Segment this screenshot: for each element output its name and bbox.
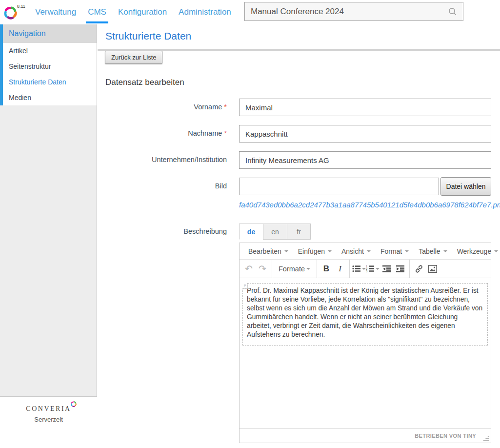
paragraph-block: P Prof. Dr. Maximal Kappaschnitt ist der… <box>242 283 488 346</box>
server-time-label: Serverzeit <box>0 416 97 423</box>
bold-button[interactable]: B <box>320 262 333 276</box>
menu-tabelle-label: Tabelle <box>419 247 440 255</box>
nachname-label: Nachname * <box>105 129 227 137</box>
toolbar-group-lists: 1 2 3 <box>350 260 410 278</box>
resize-handle[interactable] <box>483 435 489 441</box>
app-version: 8.11 <box>17 4 25 9</box>
menu-bearbeiten-label: Bearbeiten <box>248 247 281 255</box>
chevron-down-icon <box>494 250 498 252</box>
sidebar-item-strukturierte-daten[interactable]: Strukturierte Daten <box>3 74 97 90</box>
menu-format[interactable]: Format <box>376 247 414 255</box>
toolbar-group-formats: Formate <box>272 260 317 278</box>
italic-button[interactable]: I <box>333 262 347 276</box>
conference-search <box>244 2 463 21</box>
sidebar-menu: Artikel Seitenstruktur Strukturierte Dat… <box>3 43 97 105</box>
menu-bearbeiten[interactable]: Bearbeiten <box>243 247 293 255</box>
outdent-button[interactable] <box>380 262 393 276</box>
numbered-list-button[interactable]: 1 2 3 <box>366 262 380 276</box>
chevron-down-icon <box>306 268 310 270</box>
bold-icon: B <box>323 264 329 274</box>
editor-content-area[interactable]: P Prof. Dr. Maximal Kappaschnitt ist der… <box>240 279 491 428</box>
nav-item-administration[interactable]: Administration <box>179 0 231 24</box>
menu-ansicht-label: Ansicht <box>341 247 364 255</box>
chevron-down-icon <box>405 250 409 252</box>
outdent-icon <box>382 265 391 272</box>
toolbar-group-media <box>410 260 442 278</box>
nachname-input[interactable] <box>239 125 491 143</box>
bild-input[interactable] <box>239 178 439 195</box>
converia-logo[interactable]: 8.11 <box>4 3 30 22</box>
nav-item-konfiguration[interactable]: Konfiguration <box>118 0 167 24</box>
chevron-down-icon <box>284 250 288 252</box>
unternehmen-input[interactable] <box>239 151 491 169</box>
chevron-down-icon <box>443 250 447 252</box>
uploaded-file-link[interactable]: fa40d743ed0bb6a2cd2477b3a1aa87745b540121… <box>239 201 500 209</box>
vorname-input[interactable] <box>239 99 491 116</box>
image-icon <box>428 265 437 273</box>
sidebar-footer: CONVERIA Serverzeit <box>0 396 97 424</box>
converia-pinwheel-icon <box>4 6 17 20</box>
menu-werkzeuge-label: Werkzeuge <box>457 247 492 255</box>
sidebar-item-artikel[interactable]: Artikel <box>3 43 97 59</box>
editor-menubar: Bearbeiten Einfügen Ansicht Format Tabel… <box>240 243 491 260</box>
rich-text-editor: Bearbeiten Einfügen Ansicht Format Tabel… <box>239 243 491 443</box>
conference-search-input[interactable] <box>245 7 448 17</box>
italic-icon: I <box>339 264 341 274</box>
choose-file-button[interactable]: Datei wählen <box>440 177 491 196</box>
chevron-down-icon <box>328 250 332 252</box>
redo-icon: ↷ <box>259 264 266 273</box>
brand-text: CONVERIA <box>26 405 71 412</box>
menu-ansicht[interactable]: Ansicht <box>337 247 376 255</box>
menu-einfuegen[interactable]: Einfügen <box>293 247 337 255</box>
svg-text:3: 3 <box>366 270 367 272</box>
toolbar-group-history: ↶ ↷ <box>240 260 272 278</box>
section-title: Datensatz bearbeiten <box>105 78 184 87</box>
back-to-list-button[interactable]: Zurück zur Liste <box>105 51 162 64</box>
chevron-down-icon <box>367 250 371 252</box>
editor-toolbar: ↶ ↷ Formate B I <box>240 260 491 278</box>
search-icon[interactable] <box>448 7 457 16</box>
tab-fr[interactable]: fr <box>287 224 311 240</box>
nav-item-cms[interactable]: CMS <box>88 0 106 24</box>
link-icon <box>415 265 423 273</box>
tab-en[interactable]: en <box>263 224 287 240</box>
menu-werkzeuge[interactable]: Werkzeuge <box>452 247 500 255</box>
unternehmen-label: Unternehmen/Institution <box>105 156 227 163</box>
required-mark: * <box>224 129 227 137</box>
nav-item-verwaltung[interactable]: Verwaltung <box>35 0 76 24</box>
converia-pinwheel-mini-icon <box>71 401 77 407</box>
editor-statusbar: BETRIEBEN VON TINY <box>240 428 491 443</box>
undo-icon: ↶ <box>245 264 253 273</box>
page-title: Strukturierte Daten <box>105 30 191 42</box>
redo-button[interactable]: ↷ <box>256 262 269 276</box>
language-tabs: de en fr <box>239 224 311 240</box>
bullet-list-icon <box>352 265 360 272</box>
required-mark: * <box>224 103 227 111</box>
converia-wordmark: CONVERIA <box>26 405 71 413</box>
chevron-down-icon <box>376 268 380 270</box>
toolbar-group-inline: B I <box>317 260 350 278</box>
editor-paragraph[interactable]: Prof. Dr. Maximal Kappaschnitt ist der K… <box>247 286 483 339</box>
indent-icon <box>396 265 404 272</box>
vorname-label: Vorname * <box>105 103 227 111</box>
top-navigation: Verwaltung CMS Konfiguration Administrat… <box>35 0 231 24</box>
powered-by-tiny-label: BETRIEBEN VON TINY <box>415 433 476 439</box>
undo-button[interactable]: ↶ <box>242 262 256 276</box>
sidebar-item-seitenstruktur[interactable]: Seitenstruktur <box>3 59 97 74</box>
sidebar: Navigation Artikel Seitenstruktur Strukt… <box>0 24 97 421</box>
indent-button[interactable] <box>393 262 407 276</box>
sidebar-item-medien[interactable]: Medien <box>3 90 97 105</box>
link-button[interactable] <box>412 262 426 276</box>
bild-label: Bild <box>105 182 227 190</box>
menu-tabelle[interactable]: Tabelle <box>414 247 452 255</box>
insert-image-button[interactable] <box>426 262 440 276</box>
vorname-label-text: Vorname <box>194 103 222 111</box>
beschreibung-label: Beschreibung <box>105 227 227 235</box>
nachname-label-text: Nachname <box>188 129 222 137</box>
block-tag-marker: P <box>242 283 248 289</box>
formats-dropdown[interactable]: Formate <box>275 262 314 276</box>
chevron-down-icon <box>362 268 366 270</box>
numbered-list-icon: 1 2 3 <box>366 265 374 272</box>
bullet-list-button[interactable] <box>352 262 366 276</box>
tab-de[interactable]: de <box>239 224 263 240</box>
